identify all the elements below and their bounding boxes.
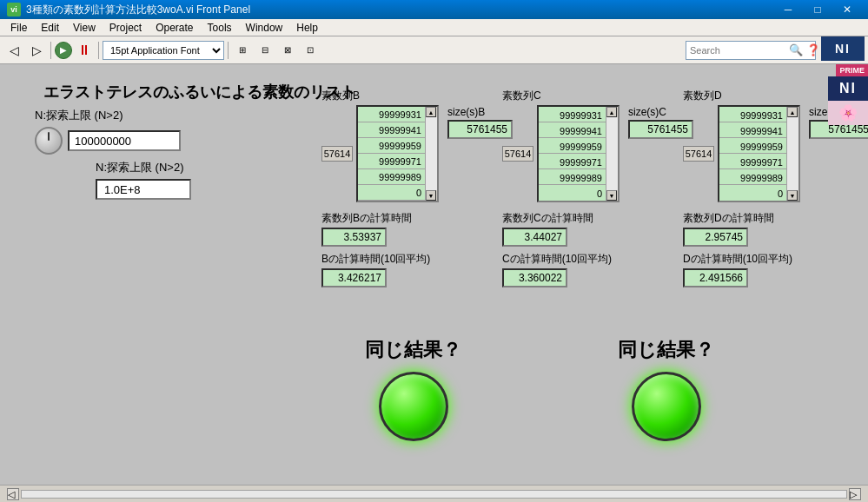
- forward-button[interactable]: ▷: [26, 40, 47, 61]
- result-2: 同じ結果？: [618, 337, 714, 441]
- page-title: エラストテレスのふるいによる素数のリスト: [43, 82, 356, 102]
- font-selector[interactable]: 15pt Application Font: [103, 41, 224, 60]
- menu-file[interactable]: File: [3, 20, 34, 36]
- search-input[interactable]: [690, 45, 785, 56]
- toolbar-separator-3: [228, 42, 229, 59]
- distribute-button[interactable]: ⊟: [255, 40, 275, 61]
- array-d-scrollbar[interactable]: ▲ ▼: [786, 107, 798, 201]
- array-b-item-0: 99999931: [358, 107, 425, 122]
- h-scrollbar[interactable]: [21, 490, 847, 499]
- scroll-left-btn[interactable]: ◁: [7, 488, 19, 500]
- scroll-down-c[interactable]: ▼: [606, 190, 617, 201]
- scroll-right-btn[interactable]: ▷: [849, 488, 861, 500]
- scroll-down-d[interactable]: ▼: [787, 190, 798, 201]
- scroll-up-b[interactable]: ▲: [426, 107, 436, 117]
- ni-logo-text: NI: [835, 42, 851, 56]
- stop-button[interactable]: ⏸: [74, 40, 95, 61]
- array-c-item-1: 99999941: [539, 122, 606, 138]
- avg-b-value: 3.426217: [321, 268, 387, 287]
- menu-tools[interactable]: Tools: [201, 20, 239, 36]
- result-2-label: 同じ結果？: [618, 337, 714, 363]
- array-c-label: 素数列C: [502, 89, 620, 103]
- avg-d-label: Dの計算時間(10回平均): [683, 252, 868, 267]
- array-b-label: 素数列B: [321, 89, 439, 103]
- menu-view[interactable]: View: [66, 20, 103, 36]
- toolbar: ◁ ▷ ▶ ⏸ 15pt Application Font ⊞ ⊟ ⊠ ⊡ 🔍 …: [0, 36, 868, 64]
- menu-bar: File Edit View Project Operate Tools Win…: [0, 19, 868, 36]
- n-value-top[interactable]: 100000000: [68, 130, 181, 151]
- toolbar-separator-2: [98, 42, 99, 59]
- array-c-item-5: 0: [539, 185, 606, 201]
- array-d-label: 素数列D: [683, 89, 800, 103]
- main-panel: エラストテレスのふるいによる素数のリスト N:探索上限 (N>2) 100000…: [0, 64, 868, 485]
- search-container: 🔍 ❓: [686, 41, 816, 60]
- avg-c-value: 3.360022: [502, 268, 567, 287]
- help-icon[interactable]: ❓: [806, 43, 820, 56]
- n-control-top: N:探索上限 (N>2) 100000000: [35, 108, 181, 155]
- array-d-box: 99999931 99999941 99999959 99999971 9999…: [718, 105, 800, 202]
- search-icon[interactable]: 🔍: [789, 43, 803, 56]
- menu-window[interactable]: Window: [239, 20, 290, 36]
- array-d: 素数列D 57614 99999931 99999941 99999959 99…: [683, 89, 800, 202]
- timing-b-label: 素数列Bの計算時間: [321, 211, 513, 226]
- timing-d-value: 2.95745: [683, 228, 748, 247]
- timing-c: 素数列Cの計算時間 3.44027: [502, 211, 693, 247]
- align-button[interactable]: ⊞: [232, 40, 253, 61]
- toolbar-separator-1: [50, 42, 51, 59]
- array-c-list: 99999931 99999941 99999959 99999971 9999…: [539, 107, 606, 201]
- order-button[interactable]: ⊡: [300, 40, 321, 61]
- ni-corner: PRIME NI 🌸: [828, 64, 868, 125]
- ni-logo-main: NI: [828, 76, 868, 101]
- array-c-section: 素数列C 57614 99999931 99999941 99999959 99…: [502, 89, 693, 287]
- scroll-down-b[interactable]: ▼: [426, 190, 436, 201]
- array-c-item-0: 99999931: [539, 107, 606, 122]
- array-b-item-1: 99999941: [358, 122, 425, 138]
- array-d-list: 99999931 99999941 99999959 99999971 9999…: [719, 107, 786, 201]
- maximize-button[interactable]: □: [804, 1, 832, 18]
- n-knob-top[interactable]: [35, 127, 63, 155]
- array-d-item-3: 99999971: [719, 154, 786, 169]
- timing-d-label: 素数列Dの計算時間: [683, 211, 868, 226]
- array-d-item-0: 99999931: [719, 107, 786, 122]
- n-label-top: N:探索上限 (N>2): [35, 108, 181, 123]
- run-button[interactable]: ▶: [55, 42, 72, 59]
- array-b-scrollbar[interactable]: ▲ ▼: [425, 107, 437, 201]
- n-label-bottom: N:探索上限 (N>2): [96, 160, 191, 175]
- green-led-2: [632, 372, 701, 441]
- array-c-scrollbar[interactable]: ▲ ▼: [606, 107, 618, 201]
- resize-button[interactable]: ⊠: [277, 40, 298, 61]
- timing-c-label: 素数列Cの計算時間: [502, 211, 693, 226]
- menu-help[interactable]: Help: [289, 20, 325, 36]
- avg-b-label: Bの計算時間(10回平均): [321, 252, 513, 267]
- array-c-item-4: 99999989: [539, 169, 606, 185]
- back-button[interactable]: ◁: [3, 40, 24, 61]
- array-d-index: 57614: [683, 146, 714, 162]
- menu-edit[interactable]: Edit: [34, 20, 66, 36]
- scroll-up-d[interactable]: ▲: [787, 107, 798, 117]
- menu-operate[interactable]: Operate: [149, 20, 200, 36]
- array-b-item-2: 99999959: [358, 138, 425, 154]
- array-b-box: 99999931 99999941 99999959 99999971 9999…: [356, 105, 439, 202]
- array-b-section: 素数列B 57614 99999931 99999941 99999959 99…: [321, 89, 513, 287]
- results-section: 同じ結果？ 同じ結果？: [365, 337, 714, 441]
- array-c: 素数列C 57614 99999931 99999941 99999959 99…: [502, 89, 620, 202]
- timing-b-value: 3.53937: [321, 228, 387, 247]
- ni-text: NI: [839, 81, 857, 96]
- avg-d-value: 2.491566: [683, 268, 748, 287]
- scroll-track-b: [426, 117, 437, 190]
- title-bar: vi 3種類の素数列計算方法比較3woA.vi Front Panel ─ □ …: [0, 0, 868, 19]
- close-button[interactable]: ✕: [833, 1, 861, 18]
- array-d-item-4: 99999989: [719, 169, 786, 185]
- array-c-item-2: 99999959: [539, 138, 606, 154]
- minimize-button[interactable]: ─: [774, 1, 802, 18]
- green-led-1: [379, 372, 448, 441]
- array-b-list: 99999931 99999941 99999959 99999971 9999…: [358, 107, 425, 201]
- array-c-index: 57614: [502, 146, 533, 162]
- array-b: 素数列B 57614 99999931 99999941 99999959 99…: [321, 89, 439, 202]
- array-d-item-5: 0: [719, 185, 786, 201]
- menu-project[interactable]: Project: [103, 20, 149, 36]
- n-value-bottom[interactable]: 1.0E+8: [96, 179, 191, 200]
- avg-c-label: Cの計算時間(10回平均): [502, 252, 693, 267]
- scroll-up-c[interactable]: ▲: [606, 107, 617, 117]
- array-d-item-2: 99999959: [719, 138, 786, 154]
